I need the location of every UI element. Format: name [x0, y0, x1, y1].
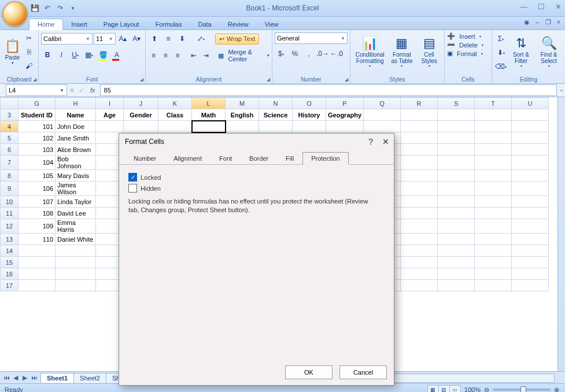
- number-format-select[interactable]: General▼: [275, 32, 348, 44]
- col-header[interactable]: T: [475, 98, 512, 109]
- format-cells-button[interactable]: ▣ Format ▾: [447, 50, 489, 57]
- tab-home[interactable]: Home: [29, 19, 63, 30]
- cell[interactable]: Name: [56, 109, 96, 121]
- first-sheet-button[interactable]: ⏮: [2, 374, 10, 382]
- font-size-select[interactable]: 11▼: [94, 33, 116, 45]
- cell[interactable]: Age: [96, 109, 124, 121]
- help-icon[interactable]: ◉: [524, 19, 530, 26]
- row-header[interactable]: 9: [1, 182, 19, 196]
- merge-center-button[interactable]: ▦ Merge & Center ▾: [218, 49, 269, 62]
- row-header[interactable]: 10: [1, 196, 19, 208]
- decrease-indent-button[interactable]: ⇤: [188, 49, 199, 62]
- cell[interactable]: [512, 219, 549, 234]
- cell[interactable]: [475, 170, 512, 182]
- cell[interactable]: [475, 109, 512, 121]
- cell[interactable]: 104: [19, 156, 56, 170]
- cell[interactable]: Geography: [326, 109, 364, 121]
- cell[interactable]: Gender: [124, 109, 158, 121]
- cell[interactable]: [19, 245, 56, 257]
- cell[interactable]: 101: [19, 121, 56, 132]
- row-header[interactable]: 12: [1, 219, 19, 234]
- cell[interactable]: [124, 121, 158, 132]
- cell[interactable]: [401, 268, 438, 280]
- format-as-table-button[interactable]: ▦Format as Table▾: [387, 31, 417, 73]
- copy-button[interactable]: ⎘: [23, 46, 35, 58]
- doc-close-button[interactable]: ×: [557, 19, 560, 26]
- cell[interactable]: [56, 268, 96, 280]
- align-top-button[interactable]: ⬆: [148, 32, 161, 45]
- sheet-tab-1[interactable]: Sheet1: [40, 373, 74, 383]
- cell[interactable]: 102: [19, 132, 56, 144]
- maximize-button[interactable]: ☐: [538, 2, 545, 11]
- cell[interactable]: Alice Brown: [56, 144, 96, 156]
- col-header[interactable]: H: [56, 98, 96, 109]
- cell[interactable]: [512, 196, 549, 208]
- bold-button[interactable]: B: [41, 49, 54, 61]
- cell[interactable]: [512, 144, 549, 156]
- cell[interactable]: [401, 234, 438, 245]
- conditional-formatting-button[interactable]: 📊Conditional Formatting▾: [353, 31, 387, 73]
- cell[interactable]: [401, 280, 438, 291]
- col-header[interactable]: U: [512, 98, 549, 109]
- cell[interactable]: [438, 109, 475, 121]
- zoom-slider[interactable]: [493, 389, 551, 391]
- cell[interactable]: [438, 144, 475, 156]
- increase-indent-button[interactable]: ⇥: [200, 49, 211, 62]
- cell[interactable]: [401, 245, 438, 257]
- cell[interactable]: [512, 132, 549, 144]
- normal-view-button[interactable]: ▦: [428, 386, 439, 392]
- wrap-text-button[interactable]: ↩Wrap Text: [215, 34, 259, 45]
- cell[interactable]: John Doe: [56, 121, 96, 132]
- cell[interactable]: [401, 121, 438, 132]
- percent-button[interactable]: %: [289, 47, 301, 60]
- cell[interactable]: [96, 121, 124, 132]
- row-header[interactable]: 15: [1, 257, 19, 268]
- close-button[interactable]: ✕: [555, 2, 562, 11]
- fx-icon[interactable]: fx: [90, 87, 95, 94]
- col-header[interactable]: S: [438, 98, 475, 109]
- autosum-button[interactable]: Σ▾: [494, 32, 507, 45]
- cell[interactable]: [438, 156, 475, 170]
- grow-font-button[interactable]: A▴: [117, 32, 130, 45]
- cut-button[interactable]: ✂: [23, 32, 35, 45]
- cell[interactable]: [512, 268, 549, 280]
- row-header[interactable]: 4: [1, 121, 19, 132]
- enter-formula-icon[interactable]: ✓: [76, 87, 86, 94]
- align-center-button[interactable]: ≡: [160, 49, 171, 62]
- cancel-formula-icon[interactable]: ✕: [67, 87, 76, 94]
- cell[interactable]: [475, 234, 512, 245]
- cell[interactable]: [438, 170, 475, 182]
- page-layout-view-button[interactable]: ▤: [439, 386, 450, 392]
- cell[interactable]: [475, 257, 512, 268]
- cell[interactable]: Jane Smith: [56, 132, 96, 144]
- dialog-launcher-icon[interactable]: ◢: [33, 77, 36, 82]
- row-header[interactable]: 13: [1, 234, 19, 245]
- col-header[interactable]: L: [192, 98, 226, 109]
- cell[interactable]: [475, 156, 512, 170]
- cell[interactable]: English: [226, 109, 259, 121]
- align-right-button[interactable]: ≡: [172, 49, 183, 62]
- cell[interactable]: [512, 109, 549, 121]
- cell[interactable]: [401, 257, 438, 268]
- delete-cells-button[interactable]: ➖ Delete ▾: [447, 41, 489, 49]
- expand-formula-bar-icon[interactable]: ⌄: [559, 86, 564, 93]
- fill-color-button[interactable]: 🪣: [97, 49, 109, 61]
- cell[interactable]: [512, 156, 549, 170]
- cell[interactable]: 103: [19, 144, 56, 156]
- formula-bar[interactable]: 85: [100, 84, 557, 96]
- cell[interactable]: [512, 245, 549, 257]
- cell[interactable]: [438, 268, 475, 280]
- cell[interactable]: Mary Davis: [56, 170, 96, 182]
- cell[interactable]: [158, 121, 192, 132]
- tab-data[interactable]: Data: [190, 19, 219, 29]
- cell[interactable]: Emma Harris: [56, 219, 96, 234]
- cell[interactable]: 105: [19, 170, 56, 182]
- cell[interactable]: [438, 121, 475, 132]
- cell[interactable]: [19, 280, 56, 291]
- hidden-checkbox[interactable]: Hidden: [128, 184, 385, 193]
- tab-insert[interactable]: Insert: [63, 19, 95, 29]
- zoom-out-button[interactable]: ⊖: [484, 386, 489, 393]
- cell[interactable]: James Wilson: [56, 182, 96, 196]
- undo-icon[interactable]: ↶: [43, 3, 52, 13]
- cell[interactable]: [475, 245, 512, 257]
